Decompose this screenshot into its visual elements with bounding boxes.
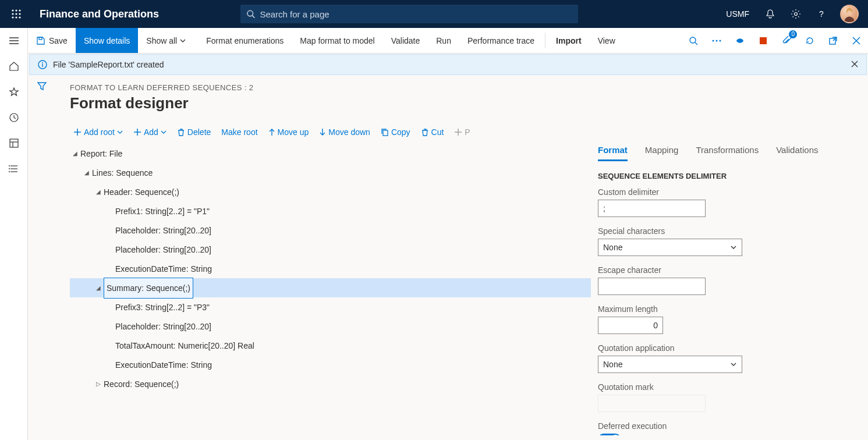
svg-point-2 xyxy=(19,9,20,11)
maximum-length-input[interactable] xyxy=(598,317,663,334)
chevron-down-icon xyxy=(730,244,737,251)
tab-mapping[interactable]: Mapping xyxy=(645,144,679,159)
top-nav: Finance and Operations USMF ? xyxy=(0,0,868,28)
tree-node[interactable]: Prefix1: String[2..2] = "P1" xyxy=(70,201,591,221)
svg-point-0 xyxy=(12,9,13,11)
add-root-button[interactable]: Add root xyxy=(70,125,126,139)
attachments-icon[interactable]: 0 xyxy=(775,28,798,53)
search-input[interactable] xyxy=(260,9,572,19)
view-button[interactable]: View xyxy=(590,28,623,53)
workspaces-icon[interactable] xyxy=(0,130,28,156)
filter-icon[interactable] xyxy=(37,81,47,440)
help-icon[interactable]: ? xyxy=(810,0,833,28)
tree-node[interactable]: ExecutionDateTime: String xyxy=(70,259,591,278)
svg-point-11 xyxy=(795,13,798,16)
show-all-button[interactable]: Show all xyxy=(138,28,198,53)
app-launcher-icon[interactable] xyxy=(5,9,28,19)
special-characters-label: Special characters xyxy=(598,226,848,236)
gear-icon[interactable] xyxy=(784,0,807,28)
tab-format[interactable]: Format xyxy=(598,144,628,161)
svg-line-10 xyxy=(253,16,255,18)
show-details-button[interactable]: Show details xyxy=(76,28,138,53)
custom-delimiter-input[interactable] xyxy=(598,200,706,217)
special-characters-select[interactable]: None xyxy=(598,239,742,256)
dataverse-icon[interactable] xyxy=(728,28,752,53)
home-icon[interactable] xyxy=(0,54,28,79)
svg-point-7 xyxy=(15,16,17,18)
tree-node[interactable]: ▷Record: Sequence(;) xyxy=(70,374,591,393)
tree-node-selected[interactable]: ◢Summary: Sequence(;) xyxy=(70,278,591,297)
section-header: SEQUENCE ELEMENTS DELIMITER xyxy=(598,172,848,180)
svg-point-5 xyxy=(19,13,20,15)
nav-expand-icon[interactable] xyxy=(0,28,28,54)
recent-icon[interactable] xyxy=(0,105,28,130)
cut-button[interactable]: Cut xyxy=(417,125,448,139)
more-icon[interactable] xyxy=(705,28,728,53)
map-format-button[interactable]: Map format to model xyxy=(292,28,382,53)
info-icon xyxy=(38,60,47,69)
attach-badge: 0 xyxy=(789,30,797,38)
svg-point-30 xyxy=(713,40,714,41)
format-enumerations-button[interactable]: Format enumerations xyxy=(198,28,292,53)
tab-transformations[interactable]: Transformations xyxy=(696,144,759,159)
chevron-down-icon xyxy=(161,129,166,135)
tree-node[interactable]: Placeholder: String[20..20] xyxy=(70,221,591,240)
custom-delimiter-label: Custom delimiter xyxy=(598,187,848,197)
designer-toolbar: Add root Add Delete Make root Move up Mo… xyxy=(70,125,854,139)
move-up-button[interactable]: Move up xyxy=(265,125,313,139)
move-down-button[interactable]: Move down xyxy=(316,125,374,139)
svg-rect-39 xyxy=(42,64,42,67)
delete-button[interactable]: Delete xyxy=(173,125,214,139)
quotation-application-select[interactable]: None xyxy=(598,356,742,373)
popout-icon[interactable] xyxy=(821,28,845,53)
validate-button[interactable]: Validate xyxy=(383,28,428,53)
chevron-down-icon xyxy=(117,129,123,135)
svg-point-8 xyxy=(19,16,20,18)
add-button[interactable]: Add xyxy=(130,125,170,139)
command-bar: Save Show details Show all Format enumer… xyxy=(28,28,868,54)
tree-node[interactable]: TotalTaxAmount: Numeric[20..20] Real xyxy=(70,336,591,355)
company-code[interactable]: USMF xyxy=(719,9,756,19)
tree-node[interactable]: Prefix3: String[2..2] = "P3" xyxy=(70,297,591,317)
svg-point-32 xyxy=(720,40,721,41)
info-bar: File 'SampleReport.txt' created xyxy=(29,54,867,75)
copy-button[interactable]: Copy xyxy=(377,125,414,139)
svg-point-28 xyxy=(690,37,696,43)
search-box[interactable] xyxy=(240,5,578,23)
modules-icon[interactable] xyxy=(0,156,28,182)
svg-point-6 xyxy=(12,16,13,18)
tree-node[interactable]: Placeholder: String[20..20] xyxy=(70,240,591,259)
find-icon[interactable] xyxy=(682,28,705,53)
notification-icon[interactable] xyxy=(759,0,782,28)
svg-point-25 xyxy=(9,168,10,169)
save-button[interactable]: Save xyxy=(28,28,76,53)
make-root-button[interactable]: Make root xyxy=(218,125,261,139)
info-close-icon[interactable] xyxy=(851,60,858,69)
svg-text:?: ? xyxy=(819,9,824,19)
escape-character-input[interactable] xyxy=(598,278,706,295)
import-button[interactable]: Import xyxy=(548,28,590,53)
svg-point-31 xyxy=(716,40,718,41)
chevron-down-icon xyxy=(730,361,737,368)
tree-node[interactable]: ◢Header: Sequence(;) xyxy=(70,182,591,201)
tab-validations[interactable]: Validations xyxy=(776,144,818,159)
close-icon[interactable] xyxy=(845,28,868,53)
avatar[interactable] xyxy=(840,5,859,23)
search-icon xyxy=(246,9,255,19)
office-icon[interactable] xyxy=(752,28,775,53)
run-button[interactable]: Run xyxy=(428,28,459,53)
tree-node[interactable]: ExecutionDateTime: String xyxy=(70,355,591,374)
deferred-execution-value: Yes xyxy=(627,435,640,435)
refresh-icon[interactable] xyxy=(798,28,821,53)
left-nav-rail xyxy=(0,28,28,440)
tree-node[interactable]: ◢Report: File xyxy=(70,144,591,163)
breadcrumb: FORMAT TO LEARN DEFERRED SEQUENCES : 2 xyxy=(70,83,854,92)
deferred-execution-toggle[interactable]: Yes xyxy=(598,434,848,435)
filter-strip xyxy=(28,75,56,440)
performance-trace-button[interactable]: Performance trace xyxy=(459,28,543,53)
svg-rect-18 xyxy=(10,139,18,147)
tree-node[interactable]: Placeholder: String[20..20] xyxy=(70,317,591,336)
favorites-icon[interactable] xyxy=(0,79,28,105)
properties-tabs: Format Mapping Transformations Validatio… xyxy=(598,144,854,164)
tree-node[interactable]: ◢Lines: Sequence xyxy=(70,163,591,182)
